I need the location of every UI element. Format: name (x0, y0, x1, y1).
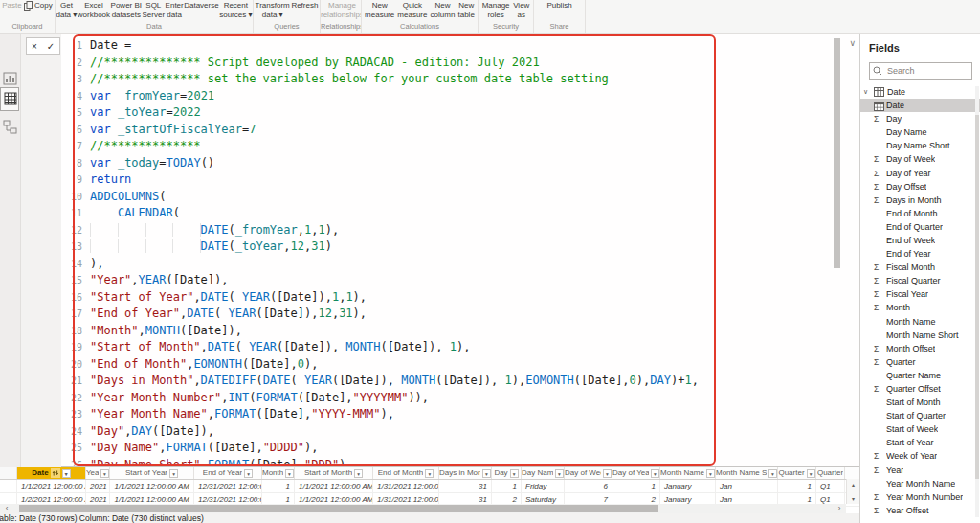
grid-horizontal-scrollbar[interactable]: ‹ › (0, 504, 846, 513)
column-header-quarter-2[interactable]: Quarter (816, 467, 845, 479)
code-line[interactable]: 26"Day Name Short",FORMAT([Date],"DDD"), (61, 457, 859, 468)
ribbon-button-copy[interactable]: Copy (24, 1, 53, 11)
code-line[interactable]: 15"Year",YEAR([Date]), (61, 272, 859, 289)
ribbon-button-manage-roles[interactable]: Manageroles (482, 1, 510, 19)
filter-dropdown-icon[interactable]: ▾ (354, 469, 363, 478)
filter-dropdown-icon[interactable]: ▾ (425, 469, 434, 478)
filter-dropdown-icon[interactable]: ▾ (62, 469, 71, 478)
ribbon-button-new-column[interactable]: Newcolumn (431, 1, 456, 19)
filter-dropdown-icon[interactable]: ▾ (768, 469, 777, 478)
filter-dropdown-icon[interactable]: ▾ (706, 469, 715, 478)
ribbon-button-transform-data[interactable]: Transformdata ▾ (256, 1, 290, 19)
field-item-end-of-year[interactable]: End of Year (860, 247, 980, 261)
field-item-days-in-month[interactable]: ΣDays in Month (860, 193, 980, 207)
code-line[interactable]: 1Date = (61, 37, 859, 55)
code-line[interactable]: 9return (61, 171, 859, 189)
field-item-day-offset[interactable]: ΣDay Offset (860, 180, 980, 193)
cancel-icon[interactable]: × (32, 41, 37, 52)
fields-search-box[interactable] (869, 62, 972, 80)
column-header-day-name[interactable]: Day Name▾ (522, 467, 565, 479)
field-item-month[interactable]: ΣMonth (860, 301, 980, 314)
ribbon-button-sql-server[interactable]: SQLServer (143, 1, 166, 19)
data-view-icon[interactable] (4, 92, 19, 107)
search-input[interactable] (885, 65, 971, 77)
field-item-start-of-week[interactable]: Start of Week (860, 422, 980, 436)
code-line[interactable]: 16"Start of Year",DATE( YEAR([Date]),1,1… (61, 289, 859, 307)
field-item-year-offset[interactable]: ΣYear Offset (860, 504, 980, 517)
fields-scrollbar-thumb[interactable] (975, 115, 979, 479)
column-header-day[interactable]: Day▾ (492, 467, 522, 479)
report-view-icon[interactable] (3, 72, 18, 87)
filter-dropdown-icon[interactable]: ▾ (169, 469, 178, 478)
field-item-end-of-quarter[interactable]: End of Quarter (860, 220, 980, 234)
field-item-end-of-month[interactable]: End of Month (860, 207, 980, 220)
column-header-year[interactable]: Year▾ (86, 467, 110, 479)
code-line[interactable]: 25"Day Name",FORMAT([Date],"DDDD"), (61, 440, 859, 457)
scroll-thumb[interactable] (19, 505, 658, 512)
field-item-fiscal-year[interactable]: ΣFiscal Year (860, 287, 980, 301)
code-line[interactable]: 4var _fromYear=2021 (61, 88, 859, 105)
scroll-track[interactable] (13, 504, 833, 513)
field-item-fiscal-quarter[interactable]: ΣFiscal Quarter (860, 274, 980, 287)
column-header-month[interactable]: Month▾ (262, 467, 295, 479)
code-line[interactable]: 7//************** (61, 138, 859, 155)
column-header-month-name-short[interactable]: Month Name Short▾ (716, 467, 778, 479)
table-node-date[interactable]: ∨ Date (860, 85, 980, 99)
field-item-year-month-number[interactable]: ΣYear Month Number (860, 490, 980, 504)
ribbon-button-refresh[interactable]: Refresh (291, 1, 318, 11)
code-line[interactable]: 20"End of Month",EOMONTH([Date],0), (61, 356, 859, 374)
column-header-date[interactable]: Date▾ (17, 467, 86, 479)
filter-dropdown-icon[interactable]: ▾ (807, 469, 815, 478)
field-item-end-of-week[interactable]: End of Week (860, 234, 980, 247)
ribbon-button-view-as[interactable]: Viewas (513, 1, 529, 19)
column-header-month-name[interactable]: Month Name▾ (660, 467, 716, 479)
ribbon-button-power-bi-datasets[interactable]: Power BIdatasets (111, 1, 142, 19)
scroll-right-icon[interactable]: › (833, 504, 846, 513)
column-header-end-of-year[interactable]: End of Year▾ (194, 467, 262, 479)
field-item-quarter[interactable]: ΣQuarter (860, 355, 980, 369)
column-header-day-of-year[interactable]: Day of Year▾ (612, 467, 660, 479)
field-item-day-name-short[interactable]: Day Name Short (860, 139, 980, 152)
column-header-day-of-week[interactable]: Day of Week▾ (565, 467, 612, 479)
field-item-year[interactable]: ΣYear (860, 464, 980, 477)
chevron-down-icon[interactable]: ∨ (863, 88, 871, 96)
code-line[interactable]: 12 DATE(_fromYear,1,1), (61, 222, 859, 239)
code-line[interactable]: 11 CALENDAR( (61, 205, 859, 222)
column-header-end-of-month[interactable]: End of Month▾ (373, 467, 439, 479)
code-line[interactable]: 2//************** Script developed by RA… (61, 55, 859, 72)
field-item-fiscal-month[interactable]: ΣFiscal Month (860, 261, 980, 274)
column-header-start-of-month[interactable]: Start of Month▾ (295, 467, 373, 479)
field-item-day-name[interactable]: Day Name (860, 125, 980, 139)
code-line[interactable]: 10ADDCOLUMNS( (61, 189, 859, 206)
column-header-quarter[interactable]: Quarter▾ (778, 467, 816, 479)
code-line[interactable]: 6var _startOfFiscalYear=7 (61, 122, 859, 139)
field-item-date[interactable]: Date (860, 99, 980, 112)
code-line[interactable]: 8var _today=TODAY() (61, 155, 859, 172)
code-line[interactable]: 13 DATE(_toYear,12,31) (61, 239, 859, 256)
ribbon-button-quick-measure[interactable]: Quickmeasure (397, 1, 427, 19)
model-view-icon[interactable] (3, 120, 18, 135)
code-line[interactable]: 18"Month",MONTH([Date]), (61, 323, 859, 340)
code-line[interactable]: 17"End of Year",DATE( YEAR([Date]),12,31… (61, 306, 859, 323)
code-line[interactable]: 21"Days in Month",DATEDIFF(DATE( YEAR([D… (61, 373, 859, 390)
field-item-start-of-year[interactable]: Start of Year (860, 436, 980, 449)
code-line[interactable]: 14), (61, 256, 859, 273)
ribbon-button-get-data[interactable]: Getdata ▾ (56, 1, 78, 19)
ribbon-button-enter-data[interactable]: Enterdata (166, 1, 184, 19)
fields-scrollbar[interactable] (975, 86, 979, 517)
ribbon-button-excel-workbook[interactable]: Excelworkbook (78, 1, 110, 19)
filter-dropdown-icon[interactable]: ▾ (651, 469, 659, 478)
filter-dropdown-icon[interactable]: ▾ (510, 469, 519, 478)
ribbon-button-dataverse[interactable]: Dataverse (184, 1, 218, 11)
field-item-month-name-short[interactable]: Month Name Short (860, 329, 980, 342)
field-item-week-of-year[interactable]: ΣWeek of Year (860, 449, 980, 463)
code-line[interactable]: 3//************** set the variables belo… (61, 71, 859, 88)
code-line[interactable]: 24"Day",DAY([Date]), (61, 423, 859, 441)
code-line[interactable]: 22"Year Month Number",INT(FORMAT([Date],… (61, 390, 859, 407)
ribbon-button-publish[interactable]: Publish (546, 1, 571, 11)
filter-dropdown-icon[interactable]: ▾ (555, 469, 564, 478)
field-item-start-of-month[interactable]: Start of Month (860, 396, 980, 409)
filter-dropdown-icon[interactable]: ▾ (603, 469, 612, 478)
commit-icon[interactable]: ✓ (47, 41, 55, 52)
filter-dropdown-icon[interactable]: ▾ (244, 469, 253, 478)
